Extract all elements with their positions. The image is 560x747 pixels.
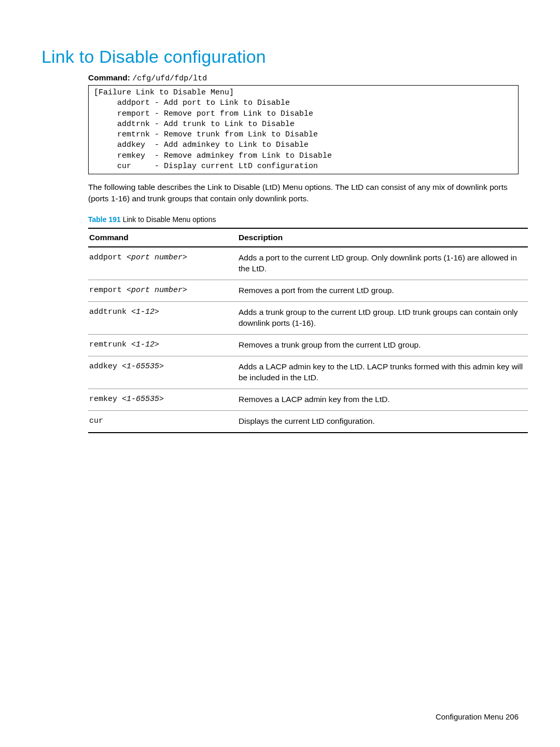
table-caption: Table 191 Link to Disable Menu options: [88, 215, 519, 224]
command-path: /cfg/ufd/fdp/ltd: [132, 74, 207, 83]
terminal-block: [Failure Link to Disable Menu] addport -…: [88, 85, 519, 174]
table-caption-label: Table 191: [88, 215, 121, 224]
table-caption-text: Link to Disable Menu options: [121, 215, 216, 224]
cell-command: remkey <1-65535>: [88, 389, 237, 410]
command-label: Command:: [88, 73, 130, 82]
cell-description: Adds a port to the current LtD group. On…: [237, 247, 528, 280]
table-row: cur Displays the current LtD configurati…: [88, 410, 528, 432]
cell-command: remport <port number>: [88, 280, 237, 302]
table-row: addtrunk <1-12> Adds a trunk group to th…: [88, 302, 528, 335]
cell-command: addport <port number>: [88, 247, 237, 280]
col-header-command: Command: [88, 228, 237, 247]
cell-command: addkey <1-65535>: [88, 356, 237, 389]
table-row: addport <port number> Adds a port to the…: [88, 247, 528, 280]
table-row: remport <port number> Removes a port fro…: [88, 280, 528, 302]
table-row: remkey <1-65535> Removes a LACP admin ke…: [88, 389, 528, 410]
cell-description: Adds a LACP admin key to the LtD. LACP t…: [237, 356, 528, 389]
cell-command: addtrunk <1-12>: [88, 302, 237, 335]
cell-command: cur: [88, 410, 237, 432]
table-row: remtrunk <1-12> Removes a trunk group fr…: [88, 334, 528, 356]
page: Link to Disable configuration Command: /…: [0, 0, 560, 747]
cell-description: Displays the current LtD configuration.: [237, 410, 528, 432]
cell-description: Removes a trunk group from the current L…: [237, 334, 528, 356]
cell-description: Removes a LACP admin key from the LtD.: [237, 389, 528, 410]
col-header-description: Description: [237, 228, 528, 247]
cell-command: remtrunk <1-12>: [88, 334, 237, 356]
body-paragraph: The following table describes the Link t…: [88, 182, 519, 204]
table-row: addkey <1-65535> Adds a LACP admin key t…: [88, 356, 528, 389]
command-line: Command: /cfg/ufd/fdp/ltd: [88, 73, 519, 83]
options-table: Command Description addport <port number…: [88, 228, 528, 433]
cell-description: Removes a port from the current LtD grou…: [237, 280, 528, 302]
page-title: Link to Disable configuration: [41, 47, 519, 67]
page-footer: Configuration Menu 206: [436, 712, 519, 721]
table-header-row: Command Description: [88, 228, 528, 247]
cell-description: Adds a trunk group to the current LtD gr…: [237, 302, 528, 335]
